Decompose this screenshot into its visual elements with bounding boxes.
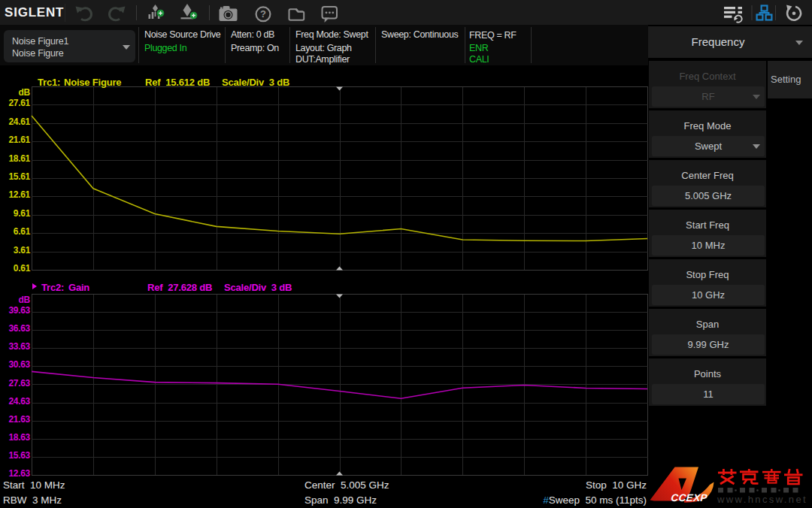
svg-text:36.63: 36.63 [8, 323, 30, 334]
svg-text:15.61: 15.61 [8, 171, 30, 182]
svg-text:dB: dB [19, 295, 31, 305]
svg-text:39.63: 39.63 [8, 305, 30, 316]
svg-text:27.61: 27.61 [8, 98, 30, 108]
svg-text:18.63: 18.63 [8, 432, 30, 443]
svg-text:21.61: 21.61 [8, 135, 30, 145]
svg-text:27.63: 27.63 [8, 378, 30, 389]
svg-text:?: ? [260, 8, 266, 20]
svg-text:30.63: 30.63 [8, 359, 30, 370]
svg-text:3.61: 3.61 [14, 245, 31, 256]
svg-text:6.61: 6.61 [14, 226, 31, 237]
svg-text:18.61: 18.61 [8, 153, 30, 164]
svg-text:CCEXP: CCEXP [670, 492, 709, 503]
svg-text:21.63: 21.63 [8, 414, 30, 425]
svg-text:12.63: 12.63 [8, 468, 30, 479]
svg-text:12.61: 12.61 [8, 189, 30, 200]
svg-text:24.63: 24.63 [8, 396, 30, 407]
svg-text:33.63: 33.63 [8, 341, 30, 352]
svg-text:9.61: 9.61 [14, 208, 31, 219]
svg-text:15.63: 15.63 [8, 450, 30, 461]
svg-text:dB: dB [19, 87, 31, 98]
svg-text:www.hncsw.net: www.hncsw.net [717, 494, 807, 505]
svg-text:24.61: 24.61 [8, 116, 30, 127]
svg-text:0.61: 0.61 [14, 263, 31, 274]
